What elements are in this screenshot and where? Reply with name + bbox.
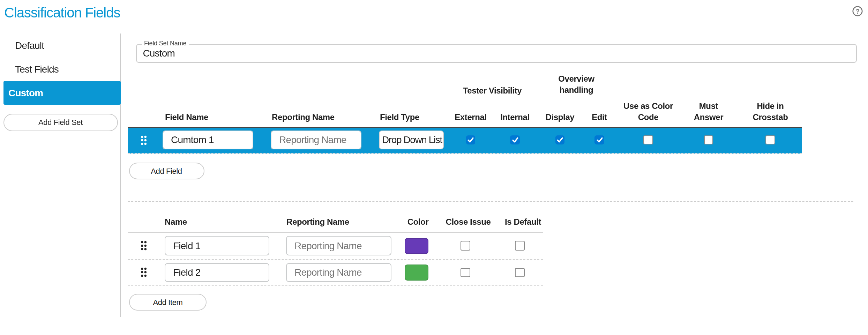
field-type-input[interactable]	[379, 130, 443, 149]
item-reporting-name-input[interactable]	[286, 263, 391, 282]
col-header-reporting-name: Reporting Name	[272, 112, 335, 123]
col-header-external: External	[455, 112, 487, 123]
group-header-overview-handling: Overview handling	[555, 74, 598, 96]
item-checkbox-is-default[interactable]	[515, 268, 525, 277]
help-icon[interactable]: ?	[852, 6, 863, 17]
item-col-header-close-issue: Close Issue	[446, 216, 491, 228]
field-set-name-input[interactable]	[136, 44, 857, 63]
group-header-tester-visibility: Tester Visibility	[463, 85, 522, 96]
col-header-display: Display	[546, 112, 575, 123]
sidebar-item-test-fields[interactable]: Test Fields	[0, 57, 120, 81]
col-header-internal: Internal	[500, 112, 530, 123]
checkbox-must-answer[interactable]	[704, 135, 713, 145]
sidebar-item-custom[interactable]: Custom	[3, 81, 121, 104]
item-col-header-is-default: Is Default	[505, 216, 541, 228]
col-header-must-answer: Must Answer	[692, 101, 725, 123]
item-color-swatch[interactable]	[405, 265, 428, 281]
col-header-hide-in-crosstab: Hide in Crosstab	[750, 101, 791, 123]
add-field-button[interactable]: Add Field	[129, 163, 204, 179]
svg-text:?: ?	[855, 8, 859, 15]
checkbox-internal[interactable]	[510, 135, 520, 145]
col-header-field-name: Field Name	[165, 112, 208, 123]
item-col-header-reporting-name: Reporting Name	[286, 216, 349, 228]
checkbox-edit[interactable]	[595, 135, 604, 145]
item-row-divider	[128, 259, 543, 259]
col-header-edit: Edit	[592, 112, 607, 123]
page-title: Classification Fields	[4, 3, 120, 23]
field-set-name-value: Custom	[143, 48, 175, 58]
item-name-input[interactable]	[165, 236, 269, 255]
item-row-divider	[128, 285, 543, 286]
add-field-set-button[interactable]: Add Field Set	[3, 114, 118, 131]
item-col-header-name: Name	[165, 216, 187, 228]
item-checkbox-is-default[interactable]	[515, 241, 525, 250]
item-name-input[interactable]	[165, 263, 269, 282]
field-set-name-label: Field Set Name	[141, 40, 189, 47]
field-name-input[interactable]	[163, 130, 253, 149]
field-reporting-name-input[interactable]	[271, 130, 361, 149]
section-divider	[128, 201, 853, 202]
item-drag-handle-icon[interactable]	[140, 240, 147, 250]
item-reporting-name-input[interactable]	[286, 236, 391, 255]
item-checkbox-close-issue[interactable]	[461, 268, 470, 277]
drag-handle-icon[interactable]	[140, 135, 147, 145]
checkbox-use-as-color-code[interactable]	[644, 135, 653, 145]
col-header-field-type: Field Type	[380, 112, 419, 123]
checkbox-display[interactable]	[555, 135, 565, 145]
sidebar-item-default[interactable]: Default	[0, 33, 120, 57]
items-header-underline	[128, 232, 543, 232]
checkbox-hide-in-crosstab[interactable]	[766, 135, 775, 145]
col-header-use-as-color-code: Use as Color Code	[622, 101, 675, 123]
item-checkbox-close-issue[interactable]	[461, 241, 470, 250]
item-drag-handle-icon[interactable]	[140, 267, 147, 277]
item-col-header-color: Color	[407, 216, 429, 228]
add-item-button[interactable]: Add Item	[129, 294, 207, 311]
checkbox-external[interactable]	[466, 135, 476, 145]
item-color-swatch[interactable]	[405, 238, 428, 254]
